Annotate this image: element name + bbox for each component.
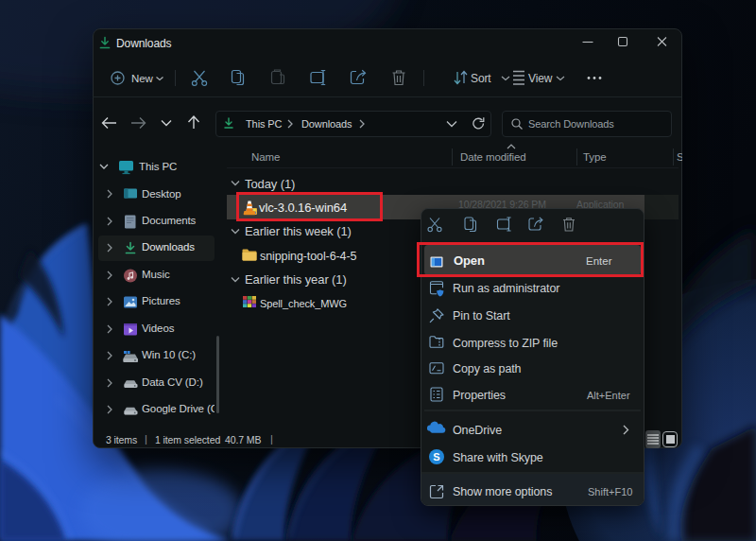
svg-text:S: S <box>433 451 439 462</box>
